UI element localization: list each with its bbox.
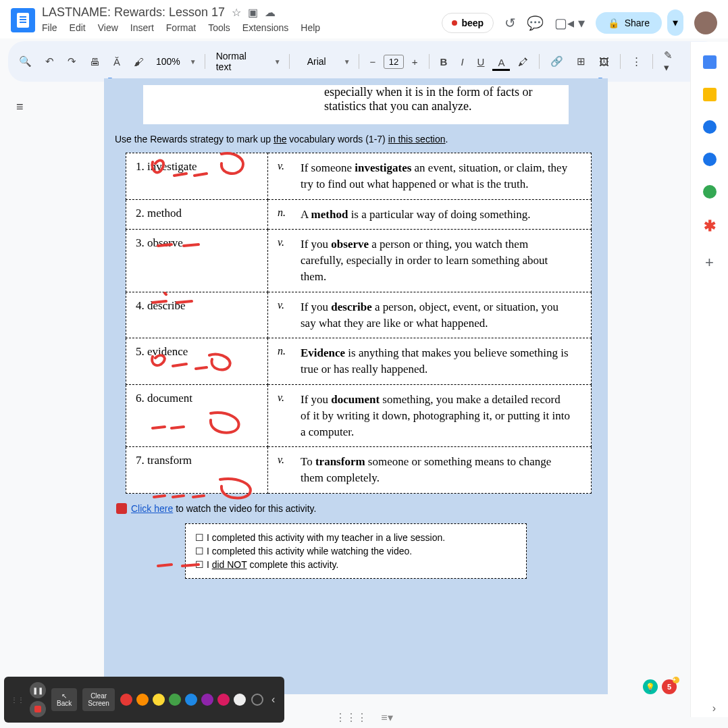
- definition-cell: n.Evidence is anything that makes you be…: [268, 338, 592, 385]
- color-swatch[interactable]: [153, 694, 165, 706]
- menu-tools[interactable]: Tools: [208, 22, 230, 33]
- video-link[interactable]: Click here: [131, 503, 173, 514]
- explore-filter-icon[interactable]: ≡▾: [381, 711, 392, 724]
- recording-toolbar: ⋮⋮ ❚❚ ↖Back ClearScreen ‹: [4, 677, 284, 723]
- outline-toggle-icon[interactable]: ≡: [16, 100, 24, 114]
- italic-icon[interactable]: I: [455, 52, 469, 72]
- share-dropdown[interactable]: ▾: [667, 9, 683, 36]
- bold-icon[interactable]: B: [435, 52, 453, 72]
- vocab-row: 1. investigatev.If someone investigates …: [126, 153, 592, 200]
- word-cell: 3. observe: [126, 230, 268, 292]
- doc-title[interactable]: LASTNAME: Rewards: Lesson 17: [42, 5, 225, 20]
- zoom-select[interactable]: 100%: [152, 56, 184, 67]
- vocab-table: 1. investigatev.If someone investigates …: [126, 153, 592, 494]
- app-header: LASTNAME: Rewards: Lesson 17 ☆ ▣ ☁ File …: [0, 0, 728, 38]
- clear-screen-button[interactable]: ClearScreen: [82, 688, 115, 711]
- word-cell: 1. investigate: [126, 153, 268, 200]
- search-icon[interactable]: 🔍: [14, 51, 37, 72]
- insert-image-icon[interactable]: 🖼: [594, 52, 615, 72]
- definition-cell: v.If you observe a person or thing, you …: [268, 230, 592, 292]
- video-link-row: Click here to watch the video for this a…: [116, 503, 596, 514]
- keep-icon[interactable]: [703, 88, 717, 101]
- color-swatch[interactable]: [136, 694, 149, 706]
- vocab-row: 4. describev.If you describe a person, o…: [126, 292, 592, 338]
- color-swatch[interactable]: [201, 694, 213, 706]
- color-swatch[interactable]: [217, 694, 230, 706]
- pointer-tool[interactable]: ↖Back: [51, 688, 77, 711]
- text-color-icon[interactable]: A: [492, 53, 510, 71]
- menu-view[interactable]: View: [98, 22, 118, 33]
- font-select[interactable]: Arial: [295, 56, 338, 67]
- star-icon[interactable]: ☆: [232, 6, 241, 19]
- explore-bar[interactable]: ⋮⋮⋮ ≡▾: [331, 707, 396, 728]
- color-swatch[interactable]: [185, 694, 197, 706]
- menu-format[interactable]: Format: [166, 22, 196, 33]
- print-icon[interactable]: 🖶: [84, 52, 105, 72]
- highlight-icon[interactable]: 🖍: [513, 52, 534, 72]
- menu-extensions[interactable]: Extensions: [242, 22, 288, 33]
- cloud-icon[interactable]: ☁: [265, 6, 276, 19]
- editing-mode-icon[interactable]: ✎ ▾: [658, 45, 686, 78]
- addon-icon[interactable]: ✱: [704, 217, 716, 235]
- undo-icon[interactable]: ↶: [40, 51, 59, 72]
- maps-icon[interactable]: [703, 185, 717, 199]
- paint-format-icon[interactable]: 🖌: [128, 52, 149, 72]
- get-addons-icon[interactable]: +: [705, 254, 714, 271]
- spellcheck-icon[interactable]: Ă: [108, 52, 126, 72]
- color-swatch[interactable]: [169, 694, 181, 706]
- redo-icon[interactable]: ↷: [62, 51, 82, 72]
- explore-grid-icon[interactable]: ⋮⋮⋮: [335, 711, 367, 724]
- drag-handle-icon[interactable]: ⋮⋮: [11, 696, 24, 704]
- style-select[interactable]: Normal text: [211, 51, 269, 72]
- expand-side-panel-icon[interactable]: ›: [712, 702, 716, 714]
- account-avatar[interactable]: [694, 11, 717, 34]
- menu-insert[interactable]: Insert: [130, 22, 154, 33]
- decrease-font-icon[interactable]: −: [365, 52, 382, 72]
- meet-icon[interactable]: ▢◂ ▾: [554, 15, 585, 31]
- menu-file[interactable]: File: [42, 22, 57, 33]
- badge-count[interactable]: 5+: [662, 679, 677, 694]
- tasks-icon[interactable]: [703, 120, 717, 134]
- color-swatch[interactable]: [234, 694, 246, 706]
- toolbar: 🔍 ↶ ↷ 🖶 Ă 🖌 100%▼ Normal text▼ Arial▼ − …: [8, 41, 720, 82]
- stop-icon: [116, 503, 127, 514]
- word-cell: 6. document: [126, 384, 268, 446]
- vocab-row: 5. evidencen.Evidence is anything that m…: [126, 338, 592, 385]
- history-icon[interactable]: ↺: [504, 15, 516, 31]
- vocab-row: 2. methodn.A method is a particular way …: [126, 199, 592, 230]
- color-empty[interactable]: [251, 694, 263, 706]
- beep-button[interactable]: beep: [442, 13, 494, 33]
- completion-checklist: ☐ I completed this activity with my teac…: [185, 523, 527, 579]
- side-panel: ✱ +: [690, 42, 728, 717]
- font-size-input[interactable]: 12: [384, 55, 404, 69]
- definition-cell: n.A method is a particular way of doing …: [268, 199, 592, 230]
- color-palette: [120, 694, 246, 706]
- pause-button[interactable]: ❚❚: [30, 682, 46, 698]
- move-icon[interactable]: ▣: [248, 6, 258, 19]
- link-icon[interactable]: 🔗: [545, 51, 569, 72]
- menu-help[interactable]: Help: [301, 22, 320, 33]
- definition-cell: v.If you describe a person, object, even…: [268, 292, 592, 338]
- stop-record-button[interactable]: [30, 701, 46, 717]
- menu-edit[interactable]: Edit: [70, 22, 86, 33]
- menu-bar: File Edit View Insert Format Tools Exten…: [42, 20, 442, 38]
- comments-icon[interactable]: 💬: [527, 15, 544, 31]
- calendar-icon[interactable]: [703, 55, 717, 69]
- top-definition-box: especially when it is in the form of fac…: [143, 85, 569, 124]
- underline-icon[interactable]: U: [472, 52, 490, 72]
- document-canvas[interactable]: especially when it is in the form of fac…: [39, 78, 681, 694]
- color-swatch[interactable]: [120, 694, 132, 706]
- collapse-recorder-icon[interactable]: ‹: [269, 694, 278, 706]
- badge-hint[interactable]: 💡: [643, 679, 658, 694]
- increase-font-icon[interactable]: +: [407, 52, 423, 72]
- share-button[interactable]: 🔒 Share: [596, 12, 662, 34]
- word-cell: 4. describe: [126, 292, 268, 338]
- add-comment-icon[interactable]: ⊞: [571, 51, 591, 72]
- vocab-row: 6. documentv.If you document something, …: [126, 384, 592, 446]
- contacts-icon[interactable]: [703, 153, 717, 166]
- definition-cell: v.If you document something, you make a …: [268, 384, 592, 446]
- more-icon[interactable]: ⋮: [626, 51, 647, 72]
- vocab-row: 7. transformv.To transform someone or so…: [126, 447, 592, 494]
- docs-logo[interactable]: [11, 8, 35, 32]
- definition-cell: v.If someone investigates an event, situ…: [268, 153, 592, 200]
